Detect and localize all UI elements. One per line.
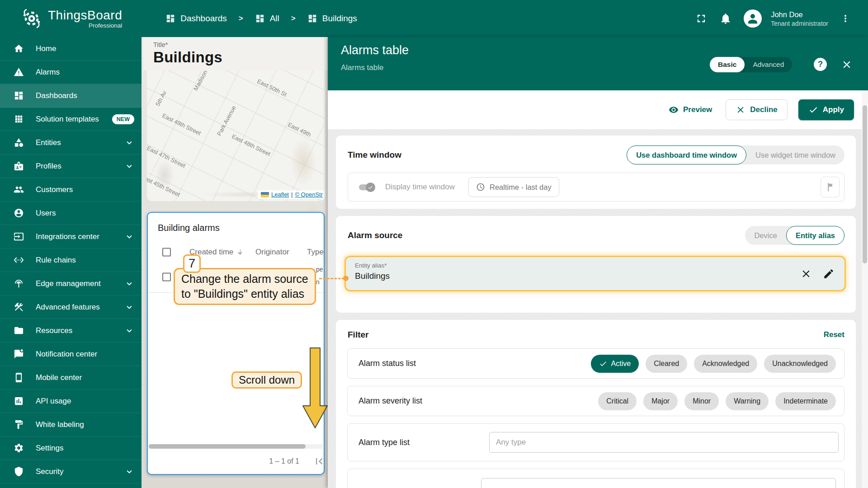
sidebar-item-label: Profiles xyxy=(36,162,61,171)
realtime-range-button[interactable]: Realtime - last day xyxy=(468,177,559,197)
callout-line: to "Buildings" entity alias xyxy=(181,286,308,301)
badge-icon xyxy=(14,161,24,171)
horizontal-scrollbar[interactable] xyxy=(149,444,323,449)
sidebar-item-resources[interactable]: Resources xyxy=(0,319,142,343)
close-icon xyxy=(736,105,745,115)
panel-subtitle: Alarms table xyxy=(341,63,383,72)
sidebar-item-api-usage[interactable]: API usage xyxy=(0,389,142,413)
sidebar-item-settings[interactable]: Settings xyxy=(0,436,142,460)
sidebar-item-white-labeling[interactable]: White labeling xyxy=(0,413,142,436)
breadcrumb-separator: > xyxy=(239,14,243,23)
chevron-down-icon xyxy=(124,138,134,148)
display-time-window-toggle[interactable] xyxy=(358,183,375,192)
check-icon xyxy=(599,360,607,368)
entity-alias-field[interactable]: Entity alias* Buildings xyxy=(346,257,844,290)
sidebar-item-dashboards[interactable]: Dashboards xyxy=(0,84,142,108)
sidebar-item-alarms[interactable]: Alarms xyxy=(0,61,142,84)
alarm-source-toggle: Device Entity alias xyxy=(745,226,844,245)
sidebar-item-customers[interactable]: Customers xyxy=(0,178,142,202)
column-header-type[interactable]: Type xyxy=(307,248,324,257)
pagination: 1 – 1 of 1 xyxy=(148,449,324,474)
decline-button[interactable]: Decline xyxy=(726,99,787,120)
sidebar-item-advanced-features[interactable]: Advanced features xyxy=(0,296,142,319)
flag-icon xyxy=(825,182,835,192)
device-option[interactable]: Device xyxy=(745,226,786,245)
map-widget[interactable]: Leaflet | © OpenStr 5th AvMadison AvEast… xyxy=(147,70,325,201)
select-all-checkbox[interactable] xyxy=(162,248,171,257)
sidebar-item-label: Solution templates xyxy=(36,115,99,124)
sidebar-item-edge-management[interactable]: Edge management xyxy=(0,272,142,296)
avatar[interactable] xyxy=(744,9,762,28)
row-checkbox[interactable] xyxy=(162,272,171,281)
dashboard-grid-icon xyxy=(307,14,317,23)
vertical-scrollbar[interactable] xyxy=(862,90,868,488)
sidebar-item-profiles[interactable]: Profiles xyxy=(0,155,142,178)
filter-row-alarm-type-list: Alarm type list xyxy=(347,423,844,461)
sidebar-item-entities[interactable]: Entities xyxy=(0,131,142,155)
header-actions: John Doe Tenant administrator xyxy=(695,9,868,28)
horizontal-scrollbar-thumb[interactable] xyxy=(149,444,306,449)
sidebar-item-solution-templates[interactable]: Solution templatesNEW xyxy=(0,108,142,131)
sidebar-item-mobile-center[interactable]: Mobile center xyxy=(0,366,142,389)
chip-unacknowledged[interactable]: Unacknowledged xyxy=(764,355,836,373)
breadcrumb-label: All xyxy=(270,14,279,23)
filter-input-partial[interactable] xyxy=(481,478,836,488)
close-icon[interactable] xyxy=(841,59,853,70)
building-alarms-widget[interactable]: Building alarms Created timeOriginatorTy… xyxy=(147,212,325,475)
chip-label: Indeterminate xyxy=(783,397,828,405)
sidebar-item-label: Settings xyxy=(36,444,63,453)
user-menu[interactable]: John Doe Tenant administrator xyxy=(771,9,828,28)
chip-acknowledged[interactable]: Acknowledged xyxy=(694,355,757,373)
row-text-fragment: n xyxy=(316,278,320,286)
breadcrumb-item-dashboards[interactable]: Dashboards xyxy=(165,14,226,23)
chip-active[interactable]: Active xyxy=(591,355,639,373)
reset-filter-link[interactable]: Reset xyxy=(824,330,844,339)
chip-indeterminate[interactable]: Indeterminate xyxy=(775,392,836,410)
first-page-icon[interactable] xyxy=(313,455,325,468)
vertical-scrollbar-thumb[interactable] xyxy=(863,105,867,263)
leaflet-link[interactable]: Leaflet xyxy=(271,191,289,198)
kebab-menu-icon[interactable] xyxy=(840,12,851,25)
chip-critical[interactable]: Critical xyxy=(598,392,637,410)
dashboard-grid-icon xyxy=(165,14,175,23)
filter-input-alarm-type-list[interactable] xyxy=(489,432,839,453)
apply-button[interactable]: Apply xyxy=(798,99,854,120)
dashboard-title-input[interactable]: Buildings xyxy=(153,49,328,66)
breadcrumb-item-all[interactable]: All xyxy=(255,14,279,23)
advanced-mode-option[interactable]: Advanced xyxy=(745,57,792,72)
entity-alias-field-label: Entity alias* xyxy=(355,262,835,269)
chip-label: Critical xyxy=(606,397,628,405)
entity-alias-option[interactable]: Entity alias xyxy=(786,226,844,245)
chip-cleared[interactable]: Cleared xyxy=(646,355,687,373)
sidebar-item-security[interactable]: Security xyxy=(0,460,142,483)
column-header-originator[interactable]: Originator xyxy=(255,248,289,257)
sidebar-item-home[interactable]: Home xyxy=(0,37,142,61)
help-icon[interactable]: ? xyxy=(814,58,827,71)
column-label: Type xyxy=(307,248,324,257)
chip-label: Acknowledged xyxy=(702,360,749,368)
chevron-down-icon xyxy=(124,302,134,312)
notifications-bell-icon[interactable] xyxy=(719,12,732,25)
openstreetmap-link[interactable]: © OpenStr xyxy=(295,191,323,198)
chip-group: ActiveClearedAcknowledgedUnacknowledged xyxy=(591,355,836,373)
use-dashboard-time-window-option[interactable]: Use dashboard time window xyxy=(627,145,746,164)
sidebar-item-notification-center[interactable]: Notification center xyxy=(0,343,142,366)
sidebar-item-users[interactable]: Users xyxy=(0,202,142,225)
use-widget-time-window-option[interactable]: Use widget time window xyxy=(746,145,844,164)
basic-mode-option[interactable]: Basic xyxy=(710,57,745,72)
breadcrumb-item-buildings[interactable]: Buildings xyxy=(307,14,357,23)
edit-time-window-button[interactable] xyxy=(821,177,840,197)
preview-button[interactable]: Preview xyxy=(666,100,715,119)
clear-entity-alias-icon[interactable] xyxy=(800,268,812,280)
thingsboard-logo[interactable]: ThingsBoard Professional xyxy=(0,8,122,29)
sidebar-item-rule-chains[interactable]: Rule chains xyxy=(0,249,142,272)
scroll-hint-callout: Scroll down xyxy=(231,371,302,389)
chip-minor[interactable]: Minor xyxy=(684,392,719,410)
app-root: ThingsBoard Professional Dashboards>All>… xyxy=(0,0,868,488)
chip-major[interactable]: Major xyxy=(643,392,678,410)
edit-entity-alias-icon[interactable] xyxy=(823,268,835,280)
sidebar-item-integrations-center[interactable]: Integrations center xyxy=(0,225,142,249)
fullscreen-icon[interactable] xyxy=(695,12,708,25)
chip-warning[interactable]: Warning xyxy=(726,392,769,410)
filter-row-label: Alarm status list xyxy=(359,359,416,368)
